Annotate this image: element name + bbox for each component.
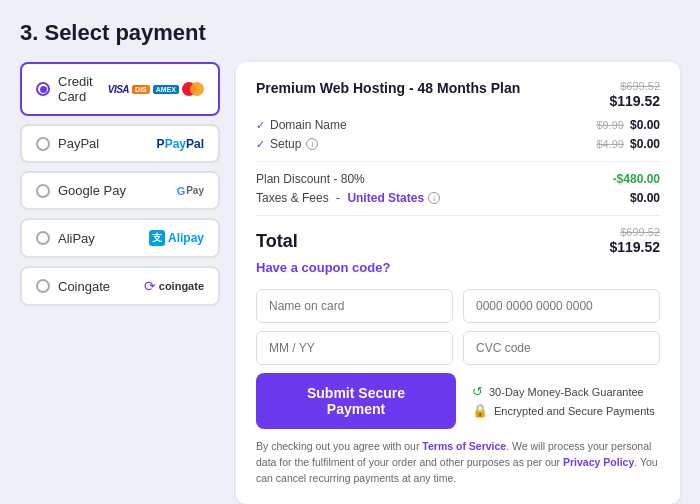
check-icon-domain: ✓ xyxy=(256,119,265,132)
payment-method-coingate[interactable]: Coingate ⟳ coingate xyxy=(20,266,220,306)
taxes-label: Taxes & Fees - United States i xyxy=(256,191,440,205)
submit-payment-button[interactable]: Submit Secure Payment xyxy=(256,373,456,429)
coingate-logos: ⟳ coingate xyxy=(144,278,204,294)
payment-method-alipay[interactable]: AliPay 支 Alipay xyxy=(20,218,220,258)
plan-current-price: $119.52 xyxy=(609,93,660,109)
credit-card-label: Credit Card xyxy=(58,74,108,104)
terms-text: By checking out you agree with our Terms… xyxy=(256,439,660,486)
trust-badges: ↺ 30-Day Money-Back Guarantee 🔒 Encrypte… xyxy=(472,384,655,418)
mastercard-logo xyxy=(182,82,204,96)
paypal-label: PayPal xyxy=(58,136,99,151)
radio-coingate xyxy=(36,279,50,293)
total-label: Total xyxy=(256,231,298,252)
payment-method-credit-card[interactable]: Credit Card VISA DIS AMEX xyxy=(20,62,220,116)
page-title: 3. Select payment xyxy=(20,20,680,46)
radio-credit-card xyxy=(36,82,50,96)
coingate-logo: ⟳ coingate xyxy=(144,278,204,294)
order-panel: Premium Web Hosting - 48 Months Plan $69… xyxy=(236,62,680,504)
money-back-icon: ↺ xyxy=(472,384,483,399)
terms-of-service-link[interactable]: Terms of Service xyxy=(422,440,506,452)
plan-original-price: $699.52 xyxy=(609,80,660,92)
domain-current-price: $0.00 xyxy=(630,118,660,132)
encrypted-badge: 🔒 Encrypted and Secure Payments xyxy=(472,403,655,418)
payment-method-paypal[interactable]: PayPal PPayPal xyxy=(20,124,220,163)
paypal-logos: PPayPal xyxy=(157,137,204,151)
discount-row: Plan Discount - 80% -$480.00 xyxy=(256,172,660,186)
card-number-input[interactable] xyxy=(463,289,660,323)
domain-name-label: Domain Name xyxy=(270,118,347,132)
card-info-row-1 xyxy=(256,289,660,323)
encrypted-label: Encrypted and Secure Payments xyxy=(494,405,655,417)
googlepay-logos: G Pay xyxy=(177,185,204,197)
setup-label: Setup xyxy=(270,137,301,151)
cvc-input[interactable] xyxy=(463,331,660,365)
payment-methods-sidebar: Credit Card VISA DIS AMEX PayPal xyxy=(20,62,220,504)
setup-original-price: $4.99 xyxy=(596,138,624,150)
radio-alipay xyxy=(36,231,50,245)
expiry-input[interactable] xyxy=(256,331,453,365)
amex-logo: AMEX xyxy=(153,85,179,94)
total-row: Total $699.52 $119.52 xyxy=(256,226,660,256)
plan-title: Premium Web Hosting - 48 Months Plan xyxy=(256,80,520,96)
coingate-label: Coingate xyxy=(58,279,110,294)
lock-icon: 🔒 xyxy=(472,403,488,418)
total-original-price: $699.52 xyxy=(609,226,660,238)
discount-label: Plan Discount - 80% xyxy=(256,172,365,186)
taxes-location-link[interactable]: United States xyxy=(347,191,424,205)
discover-logo: DIS xyxy=(132,85,150,94)
check-icon-setup: ✓ xyxy=(256,138,265,151)
total-current-price: $119.52 xyxy=(609,239,660,255)
divider-1 xyxy=(256,161,660,162)
gpay-logo: G Pay xyxy=(177,185,204,197)
money-back-badge: ↺ 30-Day Money-Back Guarantee xyxy=(472,384,655,399)
plan-price-group: $699.52 $119.52 xyxy=(609,80,660,110)
money-back-label: 30-Day Money-Back Guarantee xyxy=(489,386,644,398)
discount-value: -$480.00 xyxy=(613,172,660,186)
submit-row: Submit Secure Payment ↺ 30-Day Money-Bac… xyxy=(256,373,660,429)
domain-name-item: ✓ Domain Name $9.99 $0.00 xyxy=(256,118,660,132)
taxes-row: Taxes & Fees - United States i $0.00 xyxy=(256,191,660,205)
total-price-group: $699.52 $119.52 xyxy=(609,226,660,256)
privacy-policy-link[interactable]: Privacy Policy xyxy=(563,456,634,468)
alipay-logo: 支 Alipay xyxy=(149,230,204,246)
googlepay-label: Google Pay xyxy=(58,183,126,198)
visa-logo: VISA xyxy=(108,84,129,95)
alipay-label: AliPay xyxy=(58,231,95,246)
name-on-card-input[interactable] xyxy=(256,289,453,323)
taxes-info-icon[interactable]: i xyxy=(428,192,440,204)
coupon-link[interactable]: Have a coupon code? xyxy=(256,260,660,275)
domain-original-price: $9.99 xyxy=(596,119,624,131)
credit-card-logos: VISA DIS AMEX xyxy=(108,82,204,96)
alipay-logos: 支 Alipay xyxy=(149,230,204,246)
radio-googlepay xyxy=(36,184,50,198)
paypal-logo: PPayPal xyxy=(157,137,204,151)
setup-info-icon[interactable]: i xyxy=(306,138,318,150)
taxes-value: $0.00 xyxy=(630,191,660,205)
setup-current-price: $0.00 xyxy=(630,137,660,151)
radio-paypal xyxy=(36,137,50,151)
setup-item: ✓ Setup i $4.99 $0.00 xyxy=(256,137,660,151)
card-info-row-2 xyxy=(256,331,660,365)
divider-2 xyxy=(256,215,660,216)
payment-method-googlepay[interactable]: Google Pay G Pay xyxy=(20,171,220,210)
